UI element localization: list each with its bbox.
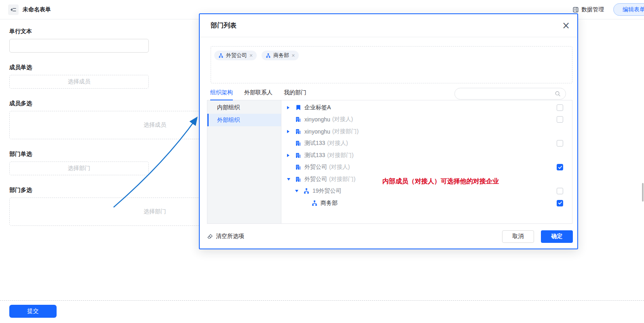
placeholder-text: 选择成员 xyxy=(144,121,166,129)
eraser-icon xyxy=(207,234,213,240)
org-tree: 内部成员（对接人）可选择他的对接企业 企业标签Axinyonghu(对接人)xi… xyxy=(281,100,572,223)
selected-tag: 商务部× xyxy=(262,51,299,60)
node-suffix: (对接人) xyxy=(329,164,350,171)
node-name: 企业标签A xyxy=(304,104,331,111)
tag-label: 外贸公司 xyxy=(226,52,247,59)
tree-row[interactable]: 商务部 xyxy=(281,197,572,209)
placeholder-text: 选择部门 xyxy=(144,208,166,215)
node-suffix: (对接人) xyxy=(332,116,353,123)
bookmark-icon xyxy=(295,104,302,111)
node-name: 19外贸公司 xyxy=(312,187,342,195)
building-icon xyxy=(295,176,302,183)
select-box[interactable]: 选择成员 xyxy=(9,75,149,89)
org-icon xyxy=(266,53,271,58)
node-name: xinyonghu xyxy=(304,116,330,123)
sidebar-item[interactable]: 外部组织 xyxy=(207,114,281,126)
modal-header: 部门列表 × xyxy=(200,14,577,37)
tree-row[interactable]: 外贸公司(对接人) xyxy=(281,162,572,174)
node-name: 测试133 xyxy=(304,152,325,159)
node-name: 外贸公司 xyxy=(304,176,327,183)
edit-form-button[interactable]: 编辑表单 xyxy=(613,3,644,16)
collapse-back-icon[interactable] xyxy=(8,4,19,15)
tag-label: 商务部 xyxy=(273,52,289,59)
node-suffix: (对接部门) xyxy=(329,176,355,183)
cancel-button[interactable]: 取消 xyxy=(502,230,534,243)
modal-title: 部门列表 xyxy=(211,21,236,30)
modal-footer: 清空所选项 取消 确定 xyxy=(200,224,577,249)
placeholder-text: 选择成员 xyxy=(68,78,91,85)
building-icon xyxy=(295,164,302,170)
form-footer-divider xyxy=(0,300,644,301)
org-sidebar: 内部组织外部组织 xyxy=(207,100,281,223)
checkbox[interactable] xyxy=(557,200,563,206)
clear-selection-label: 清空所选项 xyxy=(216,233,244,240)
building-icon xyxy=(295,116,302,123)
node-name: xinyonghu xyxy=(304,128,330,135)
tab-item[interactable]: 我的部门 xyxy=(284,89,306,100)
node-suffix: (对接部门) xyxy=(332,128,359,135)
building-icon xyxy=(295,152,302,159)
checkbox[interactable] xyxy=(557,188,563,194)
tree-row[interactable]: xinyonghu(对接部门) xyxy=(281,125,572,138)
data-manage-label: 数据管理 xyxy=(581,6,604,13)
tree-row[interactable]: xinyonghu(对接人) xyxy=(281,114,572,126)
submit-button[interactable]: 提交 xyxy=(9,305,57,318)
checkbox[interactable] xyxy=(557,140,563,147)
page-title: 未命名表单 xyxy=(23,6,51,13)
expand-arrow-icon[interactable] xyxy=(295,190,303,192)
node-name: 测试133 xyxy=(304,140,325,147)
node-suffix: (对接人) xyxy=(327,140,348,147)
select-box[interactable]: 选择部门 xyxy=(9,162,149,175)
tab-active[interactable]: 组织架构 xyxy=(210,89,233,100)
department-list-modal: 部门列表 × 外贸公司×商务部× 组织架构外部联系人我的部门 内部组织外部组织 … xyxy=(199,13,578,249)
building-icon xyxy=(295,128,302,135)
selected-tags-area: 外贸公司×商务部× xyxy=(211,46,572,83)
tab-item[interactable]: 外部联系人 xyxy=(244,89,272,100)
selected-tag: 外贸公司× xyxy=(214,51,257,60)
text-input[interactable] xyxy=(9,39,149,53)
close-icon[interactable]: × xyxy=(562,21,570,30)
org-icon xyxy=(311,200,318,206)
search-input[interactable] xyxy=(454,88,566,100)
expand-arrow-icon[interactable] xyxy=(287,178,295,181)
confirm-button[interactable]: 确定 xyxy=(541,230,573,243)
tree-row[interactable]: 19外贸公司 xyxy=(281,185,572,198)
node-suffix: (对接部门) xyxy=(327,152,353,159)
tree-row[interactable]: 测试133(对接部门) xyxy=(281,149,572,162)
org-icon xyxy=(218,53,224,58)
checkbox[interactable] xyxy=(557,164,563,170)
page-scrollbar-thumb[interactable] xyxy=(642,183,644,202)
search-field[interactable] xyxy=(460,90,555,97)
search-icon xyxy=(555,91,561,97)
org-icon xyxy=(303,188,310,194)
node-name: 外贸公司 xyxy=(304,164,327,171)
placeholder-text: 选择部门 xyxy=(68,165,91,172)
building-icon xyxy=(295,140,302,147)
tree-row[interactable]: 外贸公司(对接部门) xyxy=(281,173,572,185)
expand-arrow-icon[interactable] xyxy=(287,130,295,133)
remove-tag-icon[interactable]: × xyxy=(249,52,253,59)
data-manage-button[interactable]: 数据管理 xyxy=(572,6,604,13)
form-document-icon xyxy=(572,6,579,13)
tree-row[interactable]: 企业标签A xyxy=(281,102,572,114)
expand-arrow-icon[interactable] xyxy=(287,106,295,109)
expand-arrow-icon[interactable] xyxy=(287,154,295,157)
modal-tabs: 组织架构外部联系人我的部门 xyxy=(207,87,572,100)
checkbox[interactable] xyxy=(557,116,563,123)
tree-row[interactable]: 测试133(对接人) xyxy=(281,138,572,150)
org-structure-panel: 内部组织外部组织 内部成员（对接人）可选择他的对接企业 企业标签Axinyong… xyxy=(207,100,572,224)
sidebar-item[interactable]: 内部组织 xyxy=(207,101,281,114)
remove-tag-icon[interactable]: × xyxy=(291,52,295,59)
node-name: 商务部 xyxy=(321,200,338,207)
checkbox[interactable] xyxy=(557,104,563,111)
clear-selection-button[interactable]: 清空所选项 xyxy=(207,233,244,240)
topbar-actions: 数据管理 编辑表单 xyxy=(572,3,644,16)
